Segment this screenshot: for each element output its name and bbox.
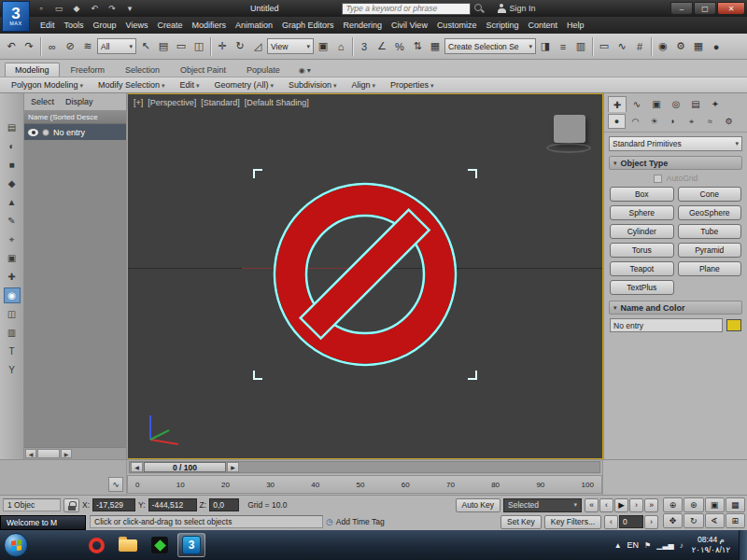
taskbar-clock[interactable]: 08:44 م ٢٠١٩/٠٨/١٢ (689, 535, 733, 554)
scene-explorer-display-menu[interactable]: Display (65, 97, 93, 106)
orbit-icon[interactable]: ↻ (684, 513, 703, 528)
select-and-place-icon[interactable]: ⌂ (332, 36, 349, 57)
selection-filter-dropdown[interactable]: All (97, 38, 136, 54)
key-filters-button[interactable]: Key Filters... (544, 515, 601, 529)
scene-explorer-tool-icon[interactable]: Y (4, 362, 21, 378)
ribbon-group-button[interactable]: Polygon Modeling (5, 79, 90, 91)
key-mode-dropdown[interactable]: Selected (503, 498, 582, 512)
time-slider-track[interactable]: ◀ 0 / 100 ▶ (129, 461, 600, 473)
object-type-button[interactable]: Plane (678, 261, 742, 276)
select-and-rotate-icon[interactable]: ↻ (232, 36, 248, 57)
undo-icon[interactable]: ↶ (3, 36, 20, 57)
menu-item[interactable]: Civil View (387, 19, 432, 32)
helpers-category-icon[interactable]: ⌖ (683, 114, 700, 129)
scene-explorer-tool-icon[interactable]: ◐ (4, 138, 21, 154)
visibility-eye-icon[interactable] (28, 129, 38, 136)
modify-tab-icon[interactable]: ∿ (627, 96, 646, 112)
viewport-shading-menu[interactable]: [Default Shading] (245, 98, 309, 107)
object-type-button[interactable]: Torus (610, 243, 674, 258)
search-icon[interactable] (473, 3, 485, 14)
close-button[interactable]: ✕ (717, 2, 745, 15)
new-scene-icon[interactable]: ▫ (34, 2, 49, 15)
undo-quick-icon[interactable]: ↶ (87, 2, 102, 15)
ribbon-toggle-icon[interactable]: ▭ (596, 36, 613, 57)
action-center-flag-icon[interactable]: ⚑ (644, 541, 651, 550)
curve-editor-icon[interactable]: ∿ (613, 36, 630, 57)
cameras-category-icon[interactable]: ◗ (664, 114, 682, 129)
object-color-swatch[interactable] (726, 319, 741, 331)
systems-category-icon[interactable]: ⚙ (720, 114, 738, 129)
quick-access-arrow-icon[interactable]: ▾ (122, 2, 137, 15)
rectangular-selection-region-icon[interactable]: ▭ (173, 36, 190, 57)
set-key-button[interactable]: Set Key (500, 515, 542, 529)
language-indicator[interactable]: EN (627, 540, 640, 550)
maximize-button[interactable]: ▢ (694, 2, 716, 15)
lights-category-icon[interactable]: ☀ (645, 114, 663, 129)
select-and-scale-icon[interactable]: ◿ (249, 36, 266, 57)
scene-object-name[interactable]: No entry (53, 128, 85, 137)
taskbar-app-green[interactable] (146, 533, 174, 557)
sign-in-link[interactable]: Sign In (510, 4, 536, 13)
object-name-field[interactable] (610, 318, 723, 332)
named-selection-sets-dropdown[interactable]: Create Selection Se (444, 38, 536, 54)
zoom-icon[interactable]: ⊕ (663, 497, 683, 512)
taskbar-app-3dsmax[interactable]: 3 (177, 533, 205, 557)
frame-spin-left-icon[interactable]: ‹ (604, 515, 618, 529)
redo-quick-icon[interactable]: ↷ (105, 2, 120, 15)
redo-icon[interactable]: ↷ (21, 36, 37, 57)
ribbon-group-button[interactable]: Geometry (All) (208, 79, 280, 91)
sign-in-avatar-icon[interactable] (497, 4, 507, 14)
viewport-general-menu[interactable]: [+] (134, 98, 143, 107)
object-type-button[interactable]: Teapot (610, 261, 674, 276)
perspective-viewport[interactable]: [+] [Perspective] [Standard] [Default Sh… (127, 93, 603, 459)
auto-key-button[interactable]: Auto Key (456, 498, 501, 512)
ribbon-group-button[interactable]: Align (345, 79, 382, 91)
viewport-renderer-menu[interactable]: [Standard] (201, 98, 240, 107)
search-input[interactable] (342, 3, 471, 15)
menu-item[interactable]: Animation (231, 19, 277, 32)
object-type-button[interactable]: Sphere (610, 205, 674, 220)
scene-explorer-hscrollbar[interactable]: ◀ ▶ (24, 447, 126, 459)
select-and-link-icon[interactable]: ∞ (44, 36, 61, 57)
geometry-category-dropdown[interactable]: Standard Primitives (609, 136, 742, 151)
rendered-frame-window-icon[interactable]: ▦ (690, 36, 707, 57)
scroll-left-icon[interactable]: ◀ (25, 449, 36, 458)
scene-explorer-tool-icon[interactable]: ✚ (4, 269, 21, 285)
scene-explorer-tool-icon[interactable]: ⌖ (4, 231, 21, 247)
scrollbar-thumb[interactable] (37, 449, 60, 458)
welcome-window-titlebar[interactable]: Welcome to M (0, 515, 86, 530)
window-crossing-icon[interactable]: ◫ (190, 36, 207, 57)
menu-item[interactable]: Create (152, 19, 187, 32)
align-icon[interactable]: ≡ (555, 36, 571, 57)
select-and-move-icon[interactable]: ✛ (214, 36, 231, 57)
schematic-view-icon[interactable]: # (631, 36, 648, 57)
menu-item[interactable]: Graph Editors (277, 19, 339, 32)
utilities-tab-icon[interactable]: ✦ (706, 96, 725, 112)
select-by-name-icon[interactable]: ▤ (155, 36, 172, 57)
ribbon-tab-freeform[interactable]: Freeform (62, 63, 115, 77)
frame-spin-right-icon[interactable]: › (644, 515, 658, 529)
go-to-end-icon[interactable]: » (644, 498, 658, 512)
menu-item[interactable]: Content (523, 19, 562, 32)
taskbar-app-explorer[interactable] (114, 533, 142, 557)
current-frame-field[interactable] (619, 515, 643, 528)
play-icon[interactable]: ▶ (614, 498, 628, 512)
object-type-button[interactable]: Box (610, 187, 674, 202)
percent-snap-icon[interactable]: % (391, 36, 408, 57)
object-type-button[interactable]: Cone (678, 187, 742, 202)
menu-item[interactable]: Rendering (339, 19, 388, 32)
add-time-tag-label[interactable]: Add Time Tag (336, 517, 385, 526)
menu-item[interactable]: Modifiers (187, 19, 231, 32)
selection-lock-icon[interactable] (63, 498, 79, 512)
scene-explorer-row[interactable]: No entry (24, 124, 126, 140)
reference-coordinate-system-dropdown[interactable]: View (267, 38, 314, 54)
spinner-snap-icon[interactable]: ⇅ (409, 36, 426, 57)
edit-named-selection-sets-icon[interactable]: ▦ (427, 36, 444, 57)
render-production-icon[interactable]: ● (708, 36, 725, 57)
zoom-all-icon[interactable]: ⊛ (684, 497, 703, 512)
menu-item[interactable]: Edit (35, 19, 60, 32)
object-type-button[interactable]: Pyramid (678, 243, 742, 258)
scene-explorer-tool-icon[interactable]: ◉ (4, 287, 21, 303)
mirror-icon[interactable]: ◨ (537, 36, 554, 57)
time-slider-handle[interactable]: 0 / 100 (144, 462, 226, 472)
